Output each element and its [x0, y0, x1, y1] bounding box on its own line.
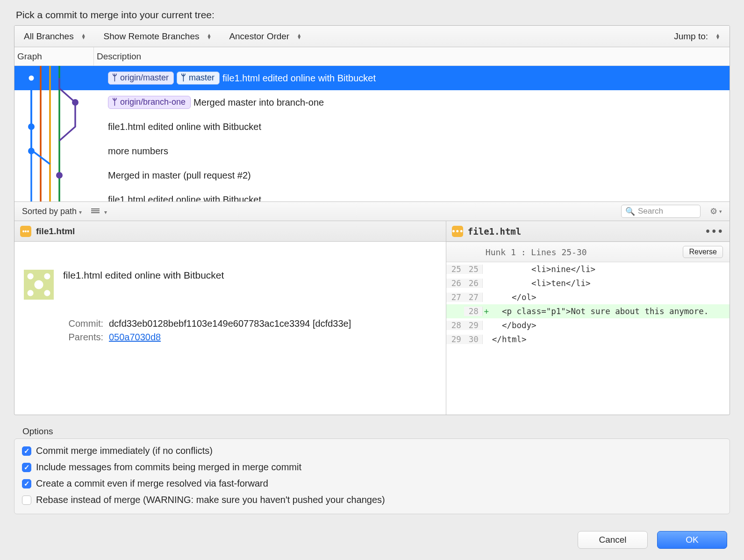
ok-button[interactable]: OK	[657, 531, 727, 549]
search-placeholder: Search	[638, 207, 663, 216]
option-row[interactable]: Commit merge immediately (if no conflict…	[22, 445, 722, 456]
diff-line: 2930</html>	[446, 332, 730, 346]
svg-point-7	[28, 148, 35, 154]
hunk-label: Hunk 1 : Lines 25-30	[486, 247, 587, 257]
file-name: file1.html	[36, 226, 75, 237]
checkbox[interactable]	[22, 479, 31, 488]
diff-line: 28+ <p class="p1">Not sure about this an…	[446, 304, 730, 318]
cancel-button[interactable]: Cancel	[578, 531, 648, 549]
commit-row-message: Merged in master (pull request #2)	[108, 170, 251, 181]
option-label: Include messages from commits being merg…	[36, 462, 301, 473]
branch-icon: ᛘ	[181, 73, 186, 83]
branch-icon: ᛘ	[112, 73, 117, 83]
branches-filter[interactable]: All Branches	[21, 31, 89, 42]
commit-row-message: Merged master into branch-one	[193, 97, 324, 108]
commit-graph	[14, 66, 80, 201]
option-label: Rebase instead of merge (WARNING: make s…	[36, 495, 385, 505]
dialog-prompt: Pick a commit to merge into your current…	[16, 9, 730, 21]
details-split: ••• file1.html file1.html edited online …	[14, 221, 730, 415]
commit-row[interactable]: file1.html edited online with Bitbucket	[14, 115, 730, 139]
option-row[interactable]: Create a commit even if merge resolved v…	[22, 478, 722, 489]
filter-bar: All Branches Show Remote Branches Ancest…	[14, 26, 730, 47]
lines-icon	[91, 208, 100, 214]
hunk-header: Hunk 1 : Lines 25-30 Reverse	[446, 242, 730, 262]
dialog-buttons: Cancel OK	[14, 531, 730, 549]
branch-tag-label: master	[189, 73, 215, 83]
sort-dropdown[interactable]: Sorted by path	[22, 207, 82, 216]
file-name: file1.html	[468, 226, 521, 237]
stepper-icon	[715, 34, 720, 39]
commit-row[interactable]: ᛘorigin/branch-one Merged master into br…	[14, 90, 730, 115]
remote-filter[interactable]: Show Remote Branches	[101, 31, 215, 42]
option-row[interactable]: Include messages from commits being merg…	[22, 462, 722, 473]
commit-row[interactable]: more numbers	[14, 139, 730, 163]
branch-tag-label: origin/master	[120, 73, 169, 83]
avatar	[24, 270, 54, 300]
col-description[interactable]: Description	[94, 47, 730, 65]
branch-icon: ᛘ	[112, 97, 117, 107]
svg-point-5	[72, 99, 79, 106]
view-mode-dropdown[interactable]	[91, 207, 107, 216]
commit-row[interactable]: ᛘorigin/masterᛘmaster file1.html edited …	[14, 66, 730, 90]
commit-list: ᛘorigin/masterᛘmaster file1.html edited …	[14, 66, 730, 201]
stepper-icon	[297, 34, 301, 39]
file-icon: •••	[452, 226, 463, 237]
diff-line: 2727 </ol>	[446, 290, 730, 304]
stepper-icon	[81, 34, 86, 39]
branch-tag: ᛘmaster	[177, 72, 220, 85]
search-input[interactable]: 🔍 Search	[621, 205, 701, 218]
file-tab-left[interactable]: ••• file1.html	[14, 221, 446, 242]
order-filter[interactable]: Ancestor Order	[226, 31, 304, 42]
merge-panel: All Branches Show Remote Branches Ancest…	[14, 25, 730, 415]
svg-point-8	[56, 172, 63, 179]
options-section: Options Commit merge immediately (if no …	[14, 423, 730, 514]
detail-toolbar: Sorted by path 🔍 Search ⚙▾	[14, 201, 730, 221]
graph-svg	[14, 66, 80, 201]
branch-tag: ᛘorigin/master	[108, 72, 174, 85]
more-icon[interactable]: •••	[705, 226, 724, 237]
option-label: Create a commit even if merge resolved v…	[36, 478, 268, 489]
search-icon: 🔍	[625, 207, 635, 216]
commit-row-message: file1.html edited online with Bitbucket	[108, 122, 261, 132]
diff-line: 2525 <li>nine</li>	[446, 262, 730, 276]
checkbox[interactable]	[22, 446, 31, 456]
branch-tag: ᛘorigin/branch-one	[108, 96, 191, 109]
diff-line: 2829 </body>	[446, 318, 730, 332]
remote-filter-label: Show Remote Branches	[104, 31, 200, 42]
order-filter-label: Ancestor Order	[229, 31, 289, 42]
checkbox[interactable]	[22, 495, 31, 505]
svg-point-4	[28, 75, 35, 81]
commit-row-message: more numbers	[108, 146, 168, 157]
settings-dropdown[interactable]: ⚙▾	[710, 206, 722, 216]
diff-lines: 2525 <li>nine</li>2626 <li>ten</li>2727 …	[446, 262, 730, 415]
commit-detail-pane: ••• file1.html file1.html edited online …	[14, 221, 446, 415]
commit-row-message: file1.html edited online with Bitbucket	[222, 73, 376, 84]
checkbox[interactable]	[22, 463, 31, 472]
commit-label: Commit:	[63, 318, 103, 329]
option-label: Commit merge immediately (if no conflict…	[36, 445, 213, 456]
diff-pane: ••• file1.html ••• Hunk 1 : Lines 25-30 …	[446, 221, 730, 415]
branches-filter-label: All Branches	[24, 31, 74, 42]
parents-label: Parents:	[63, 332, 103, 343]
commit-message: file1.html edited online with Bitbucket	[63, 270, 438, 281]
commit-row[interactable]: Merged in master (pull request #2)	[14, 163, 730, 187]
file-tab-right[interactable]: ••• file1.html •••	[446, 221, 730, 242]
diff-line: 2626 <li>ten</li>	[446, 276, 730, 290]
gear-icon: ⚙	[710, 206, 717, 216]
commit-row[interactable]: file1.html edited online with Bitbucket	[14, 187, 730, 201]
option-row[interactable]: Rebase instead of merge (WARNING: make s…	[22, 495, 722, 505]
column-headers: Graph Description	[14, 47, 730, 66]
stepper-icon	[207, 34, 211, 39]
commit-row-message: file1.html edited online with Bitbucket	[108, 194, 261, 202]
jump-to[interactable]: Jump to:	[671, 31, 723, 42]
file-icon: •••	[20, 226, 31, 237]
col-graph[interactable]: Graph	[14, 47, 94, 65]
parent-link[interactable]: 050a7030d8	[109, 332, 161, 342]
commit-hash: dcfd33eb0128bebf1103e149e607783ac1ce3394…	[109, 318, 351, 329]
branch-tag-label: origin/branch-one	[120, 97, 186, 107]
reverse-button[interactable]: Reverse	[683, 246, 723, 258]
jump-to-label: Jump to:	[674, 31, 708, 42]
options-title: Options	[22, 426, 730, 437]
svg-point-6	[28, 123, 35, 130]
